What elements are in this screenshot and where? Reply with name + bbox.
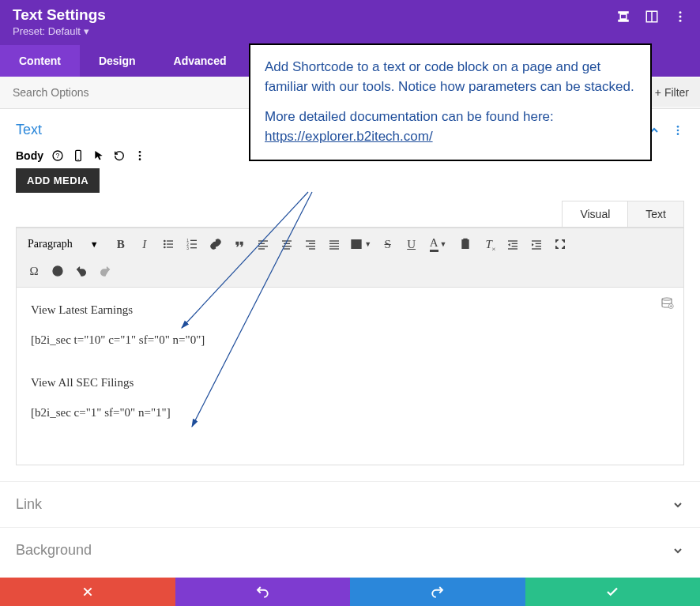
more-vert-icon[interactable] [134,149,146,162]
editor-mode-tabs: Visual Text [16,201,684,228]
preset-dropdown[interactable]: Preset: Default ▾ [13,25,106,37]
svg-rect-32 [284,243,290,244]
svg-rect-37 [306,246,315,247]
svg-rect-26 [190,247,197,248]
svg-point-17 [164,243,166,246]
preset-label: Preset: Default [13,25,81,37]
omega-icon[interactable]: Ω [23,260,45,282]
italic-icon[interactable]: I [134,233,156,255]
text-color-icon[interactable]: A▼ [424,233,453,255]
svg-rect-39 [329,240,339,241]
caret-down-icon: ▼ [90,239,99,249]
svg-point-12 [139,151,141,153]
quote-icon[interactable] [228,233,250,255]
svg-rect-33 [282,246,292,247]
svg-text:3: 3 [186,247,189,250]
accordion-link[interactable]: Link [0,481,700,527]
svg-rect-43 [352,240,361,249]
tab-visual[interactable]: Visual [562,201,628,227]
svg-marker-57 [532,243,534,247]
svg-rect-35 [306,240,315,241]
svg-text:?: ? [56,152,60,160]
svg-rect-36 [309,243,315,244]
tab-advanced[interactable]: Advanced [155,45,246,77]
svg-rect-53 [532,240,541,241]
callout-text-line: More detailed documentation can be found… [265,109,554,124]
editor-line: [b2i_sec t="10" c="1" sf="0" n="0"] [31,330,669,349]
tab-content[interactable]: Content [0,45,80,77]
tab-design[interactable]: Design [80,45,155,77]
plus-icon: + [655,86,661,99]
svg-rect-55 [535,246,540,247]
reset-icon[interactable] [113,149,126,162]
outdent-icon[interactable] [502,233,524,255]
svg-rect-30 [258,248,265,249]
callout-link[interactable]: https://explorer.b2itech.com/ [265,129,433,144]
strikethrough-icon[interactable]: S [377,233,399,255]
align-justify-icon[interactable] [323,233,345,255]
svg-point-6 [677,129,679,131]
columns-icon[interactable] [645,9,659,24]
accordion-background[interactable]: Background [0,527,700,573]
redo-icon[interactable] [94,260,116,282]
svg-point-60 [58,269,59,270]
dynamic-content-icon[interactable] [660,295,674,310]
table-icon[interactable]: ▼ [347,233,375,255]
svg-marker-52 [508,243,510,247]
add-media-button[interactable]: ADD MEDIA [16,168,100,193]
svg-point-4 [679,20,682,22]
callout-text: More detailed documentation can be found… [265,107,636,146]
svg-point-3 [679,16,682,18]
align-left-icon[interactable] [252,233,274,255]
tab-text[interactable]: Text [627,201,684,227]
indent-icon[interactable] [525,233,548,255]
cancel-button[interactable] [0,578,175,606]
editor-content[interactable]: View Latest Earnings [b2i_sec t="10" c="… [16,288,684,465]
fullscreen-icon[interactable] [549,233,571,255]
svg-rect-34 [284,248,290,249]
number-list-icon[interactable]: 123 [181,233,203,255]
more-vert-icon[interactable] [672,124,684,137]
svg-point-15 [164,240,166,243]
phone-icon[interactable] [72,149,85,162]
link-icon[interactable] [205,233,227,255]
svg-rect-42 [329,248,339,249]
responsive-icon[interactable] [616,9,630,24]
svg-rect-29 [258,246,268,247]
svg-rect-41 [329,246,339,247]
svg-rect-20 [167,247,173,247]
bold-icon[interactable]: B [110,233,132,255]
editor-line: View Latest Earnings [31,300,669,319]
editor-line: [b2i_sec c="1" sf="0" n="1"] [31,403,669,422]
undo-icon[interactable] [70,260,92,282]
callout-box: Add Shortcode to a text or code block on… [249,43,652,161]
paragraph-select[interactable]: Paragraph ▼ [23,236,103,252]
save-button[interactable] [525,578,701,606]
paragraph-select-label: Paragraph [28,238,73,250]
redo-button[interactable] [350,578,525,606]
align-center-icon[interactable] [276,233,298,255]
underline-icon[interactable]: U [401,233,423,255]
svg-point-13 [139,155,141,157]
header: Text Settings Preset: Default ▾ [0,0,700,45]
footer-actions [0,578,700,606]
align-right-icon[interactable] [299,233,322,255]
more-vert-icon[interactable] [673,9,687,24]
svg-rect-31 [282,240,292,241]
bullet-list-icon[interactable] [157,233,179,255]
emoji-icon[interactable] [47,260,69,282]
accordion-title: Background [16,542,92,559]
svg-rect-18 [167,243,173,244]
svg-point-7 [677,133,679,135]
body-label: Body [16,149,43,162]
help-icon[interactable]: ? [51,149,64,162]
cursor-icon[interactable] [92,149,105,162]
undo-button[interactable] [175,578,351,606]
svg-rect-47 [462,240,469,249]
clear-format-icon[interactable]: T× [478,233,500,255]
svg-point-19 [164,247,166,249]
chevron-down-icon [672,544,684,557]
svg-rect-54 [535,243,540,244]
paste-text-icon[interactable] [454,233,476,255]
section-text: Text Body ? ADD MEDIA Visual Text Paragr… [0,109,700,465]
